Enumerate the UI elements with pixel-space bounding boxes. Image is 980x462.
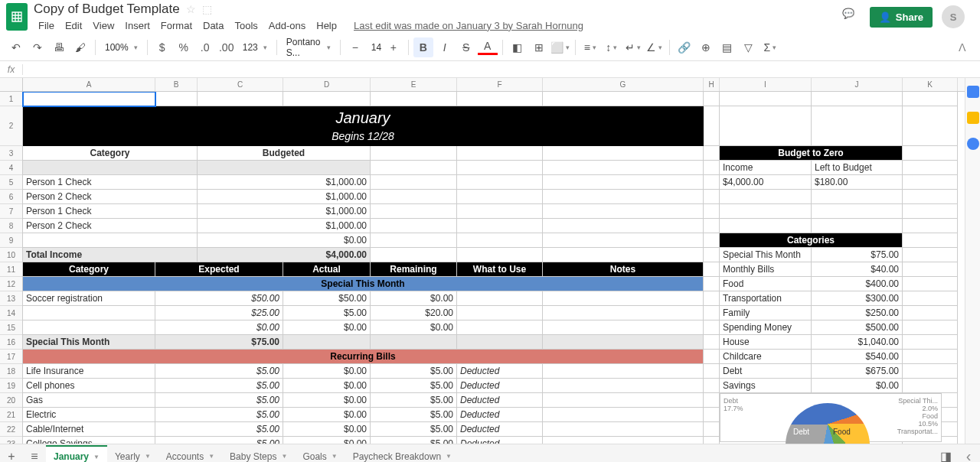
functions-button[interactable]: Σ	[760, 37, 780, 57]
cell[interactable]	[903, 277, 958, 291]
font-size[interactable]: 14	[367, 42, 382, 53]
cell[interactable]	[903, 106, 958, 146]
cell[interactable]	[903, 190, 958, 204]
menu-view[interactable]: View	[88, 18, 119, 33]
cell[interactable]	[812, 190, 903, 204]
cell[interactable]: Deducted	[457, 422, 543, 437]
cell[interactable]: $5.00	[371, 422, 457, 437]
cell[interactable]: $75.00	[155, 335, 283, 350]
cell[interactable]	[543, 92, 704, 106]
print-button[interactable]: 🖶	[49, 37, 69, 57]
document-title[interactable]: Copy of Budget Template	[34, 2, 180, 17]
cell[interactable]: House	[720, 335, 812, 350]
cell[interactable]	[457, 175, 543, 190]
column-header[interactable]: C	[198, 78, 283, 91]
decrease-decimal-button[interactable]: .0	[195, 37, 215, 57]
menu-addons[interactable]: Add-ons	[264, 18, 310, 33]
cell[interactable]	[543, 379, 704, 393]
cell[interactable]: Notes	[543, 262, 704, 277]
cell[interactable]: $250.00	[812, 306, 903, 320]
fill-color-button[interactable]: ◧	[508, 37, 528, 57]
cell[interactable]	[283, 92, 371, 106]
cell[interactable]: $400.00	[812, 277, 903, 291]
cell[interactable]: $0.00	[283, 437, 371, 444]
cell[interactable]: Life Insurance	[23, 364, 155, 379]
row-header[interactable]: 8	[0, 219, 22, 233]
row-header[interactable]: 23	[0, 437, 22, 444]
cell[interactable]	[543, 291, 704, 306]
cell[interactable]: Soccer registration	[23, 291, 155, 306]
row-header[interactable]: 14	[0, 306, 22, 320]
cell[interactable]: $5.00	[283, 306, 371, 320]
cell[interactable]: $0.00	[198, 233, 371, 248]
row-header[interactable]: 6	[0, 190, 22, 204]
cell[interactable]	[543, 364, 704, 379]
move-icon[interactable]: ⬚	[202, 3, 212, 15]
cell[interactable]	[543, 248, 704, 262]
cell[interactable]	[903, 306, 958, 320]
menu-insert[interactable]: Insert	[120, 18, 155, 33]
cell[interactable]	[903, 262, 958, 277]
cell[interactable]: $0.00	[283, 379, 371, 393]
cell[interactable]	[371, 335, 457, 350]
menu-file[interactable]: File	[34, 18, 59, 33]
row-header[interactable]: 1	[0, 92, 22, 106]
cell[interactable]: $5.00	[155, 379, 283, 393]
cell[interactable]: Category	[23, 262, 155, 277]
cell[interactable]: $5.00	[155, 422, 283, 437]
cell[interactable]	[543, 393, 704, 408]
column-header[interactable]: F	[457, 78, 543, 91]
cell[interactable]	[371, 190, 457, 204]
cell[interactable]	[371, 146, 457, 161]
cell[interactable]: Transportation	[720, 291, 812, 306]
strikethrough-button[interactable]: S	[456, 37, 476, 57]
comment-button[interactable]: ⊕	[696, 37, 716, 57]
font-size-increase[interactable]: +	[384, 37, 403, 57]
font-dropdown[interactable]: Pontano S...	[282, 37, 335, 58]
cell[interactable]: $500.00	[812, 320, 903, 335]
cell[interactable]	[543, 204, 704, 219]
cell[interactable]	[903, 161, 958, 175]
cell[interactable]	[457, 306, 543, 320]
filter-button[interactable]: ▽	[739, 37, 759, 57]
cell[interactable]: Income	[720, 161, 812, 175]
menu-format[interactable]: Format	[156, 18, 197, 33]
cell[interactable]: $5.00	[371, 364, 457, 379]
cell[interactable]: Person 2 Check	[23, 219, 198, 233]
cell[interactable]	[543, 408, 704, 422]
cell[interactable]	[903, 248, 958, 262]
cell[interactable]: Cable/Internet	[23, 422, 155, 437]
cell[interactable]	[704, 146, 720, 161]
tab-yearly[interactable]: Yearly▼	[107, 447, 158, 463]
row-header[interactable]: 2	[0, 106, 22, 146]
cell[interactable]: Budget to Zero	[720, 146, 903, 161]
row-header[interactable]: 5	[0, 175, 22, 190]
cell[interactable]	[457, 146, 543, 161]
cell[interactable]	[371, 219, 457, 233]
cell[interactable]: $4,000.00	[198, 248, 371, 262]
sheets-logo[interactable]	[6, 3, 28, 31]
cell[interactable]	[457, 248, 543, 262]
currency-button[interactable]: $	[152, 37, 172, 57]
cell[interactable]	[903, 350, 958, 364]
cell[interactable]: $5.00	[155, 408, 283, 422]
cell[interactable]: $0.00	[283, 364, 371, 379]
bold-button[interactable]: B	[413, 37, 433, 57]
column-header[interactable]: D	[283, 78, 371, 91]
cell[interactable]	[457, 291, 543, 306]
cell[interactable]: Spending Money	[720, 320, 812, 335]
cell[interactable]: Deducted	[457, 408, 543, 422]
cell[interactable]: Monthly Bills	[720, 262, 812, 277]
cell[interactable]: Recurring Bills	[23, 350, 704, 364]
column-header[interactable]: J	[812, 78, 903, 91]
row-header[interactable]: 22	[0, 422, 22, 437]
valign-button[interactable]: ↕	[602, 37, 622, 57]
cell[interactable]: $540.00	[812, 350, 903, 364]
cell[interactable]	[457, 233, 543, 248]
tab-goals[interactable]: Goals▼	[295, 447, 345, 463]
tab-january[interactable]: January▼	[46, 445, 107, 462]
cell[interactable]	[457, 219, 543, 233]
cell[interactable]: Special This Month	[23, 277, 704, 291]
cell[interactable]: College Savings	[23, 437, 155, 444]
row-header[interactable]: 9	[0, 233, 22, 248]
